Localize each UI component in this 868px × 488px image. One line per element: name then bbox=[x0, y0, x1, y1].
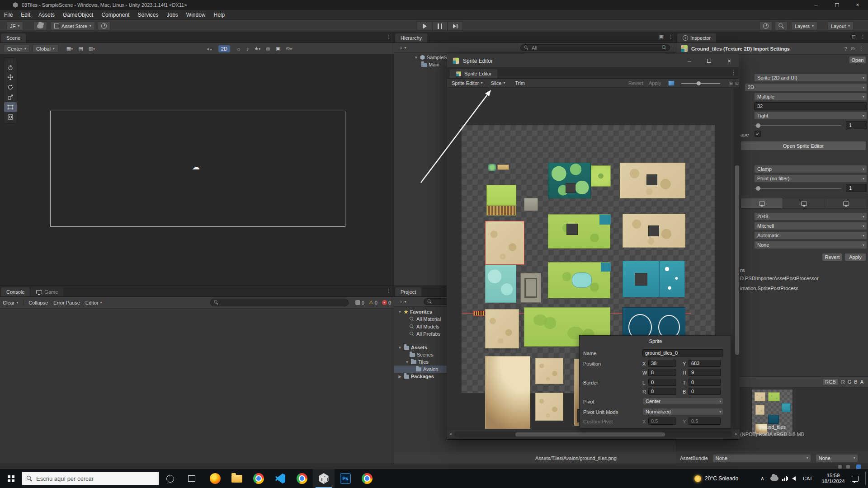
unity-taskbar-button[interactable] bbox=[313, 469, 335, 488]
project-fav-all-material[interactable]: All Material bbox=[410, 315, 441, 323]
position-y-field[interactable]: 683 bbox=[689, 360, 721, 367]
snap-increment-icon[interactable]: ▤ bbox=[78, 46, 83, 52]
hierarchy-add-dropdown[interactable]: +▾ bbox=[397, 45, 409, 51]
foldout-icon[interactable]: ▼ bbox=[398, 346, 402, 350]
tray-chevron-icon[interactable]: ∧ bbox=[760, 475, 764, 482]
show-desktop-divider[interactable] bbox=[865, 472, 866, 485]
window-titlebar[interactable]: 03Tiles - SampleScene - Windows, Mac, Li… bbox=[0, 0, 868, 10]
project-folder-tiles[interactable]: ▼ Tiles bbox=[405, 358, 429, 366]
custom-pivot-y-field[interactable]: 0.5 bbox=[689, 418, 721, 425]
hierarchy-lock-icon[interactable]: ▣ bbox=[659, 34, 664, 40]
menu-edit[interactable]: Edit bbox=[17, 12, 34, 18]
zoom-slider-thumb[interactable] bbox=[697, 81, 701, 85]
console-collapse-button[interactable]: Collapse bbox=[26, 300, 51, 305]
window-minimize-button[interactable]: – bbox=[688, 57, 691, 64]
inspector-lock-icon[interactable]: ⊡ bbox=[852, 34, 856, 40]
se-revert-button[interactable]: Revert bbox=[626, 80, 646, 86]
console-editor-dropdown[interactable]: Editor▾ bbox=[83, 300, 105, 305]
sprite-tile[interactable] bbox=[485, 309, 519, 348]
project-fav-all-prefabs[interactable]: All Prefabs bbox=[410, 330, 440, 338]
sprite-tile[interactable] bbox=[485, 265, 516, 303]
tab-scene[interactable]: Scene bbox=[1, 33, 26, 42]
scene-visibility-icon[interactable]: ◎ bbox=[266, 46, 270, 52]
taskbar-search-input[interactable]: Escriu aquí per cercar bbox=[22, 472, 159, 485]
scroll-left-icon[interactable]: ◂ bbox=[449, 432, 452, 436]
foldout-icon[interactable]: ▶ bbox=[398, 375, 402, 379]
console-menu-icon[interactable]: ⋮ bbox=[386, 288, 391, 294]
canvas-horizontal-scrollbar[interactable]: ◂ ▸ bbox=[447, 429, 740, 439]
shading-mode-icon[interactable]: ◐▾ bbox=[207, 46, 212, 52]
progress-indicator-icon[interactable] bbox=[856, 465, 861, 469]
menu-file[interactable]: File bbox=[0, 12, 17, 18]
camera-overlay-icon[interactable]: ▣ bbox=[276, 46, 280, 52]
extrude-value-field[interactable]: 1 bbox=[846, 121, 867, 129]
texture-type-dropdown[interactable]: Sprite (2D and UI)▾ bbox=[754, 74, 867, 82]
slice-dropdown[interactable]: Slice▾ bbox=[488, 80, 508, 86]
layout-dropdown[interactable]: Layout▾ bbox=[827, 21, 854, 31]
undo-history-button[interactable] bbox=[760, 21, 772, 31]
scale-tool-button[interactable] bbox=[4, 92, 17, 102]
saved-search-icon[interactable] bbox=[662, 45, 667, 50]
pivot-unit-dropdown[interactable]: Normalized▾ bbox=[642, 408, 723, 415]
vscode-taskbar-button[interactable] bbox=[269, 469, 291, 488]
sprite-tile[interactable] bbox=[535, 393, 563, 421]
open-sprite-editor-button[interactable]: Open Sprite Editor bbox=[741, 141, 866, 150]
hierarchy-menu-icon[interactable]: ⋮ bbox=[668, 34, 673, 40]
cortana-button[interactable] bbox=[159, 469, 181, 488]
scene-viewport[interactable]: ⋮⋮ ☁ bbox=[0, 55, 394, 286]
texture-shape-dropdown[interactable]: 2D▾ bbox=[745, 83, 867, 91]
tool-axis-dropdown[interactable]: Global▾ bbox=[33, 44, 58, 53]
channel-b-button[interactable]: B bbox=[854, 379, 857, 385]
move-tool-button[interactable] bbox=[4, 72, 17, 82]
start-button[interactable] bbox=[0, 469, 22, 488]
max-size-dropdown[interactable]: 2048▾ bbox=[754, 212, 867, 221]
hierarchy-child-row[interactable]: Main bbox=[421, 61, 439, 68]
menu-help[interactable]: Help bbox=[210, 12, 229, 18]
toggle-2d[interactable]: 2D bbox=[218, 45, 230, 52]
error-counter[interactable]: ×0 bbox=[382, 300, 391, 305]
position-x-field[interactable]: 38 bbox=[648, 360, 676, 367]
se-apply-button[interactable]: Apply bbox=[646, 80, 664, 86]
rotate-tool-button[interactable] bbox=[4, 82, 17, 92]
sprite-tile[interactable] bbox=[548, 262, 610, 298]
zoom-slider-track[interactable] bbox=[681, 83, 720, 84]
alpha-color-toggle-icon[interactable] bbox=[668, 80, 675, 86]
height-field[interactable]: 9 bbox=[689, 369, 721, 376]
chrome-taskbar-button[interactable] bbox=[248, 469, 269, 488]
close-button[interactable]: × bbox=[847, 0, 868, 10]
status-icon[interactable] bbox=[838, 465, 842, 469]
tab-game[interactable]: Game bbox=[31, 287, 63, 296]
sprite-tile[interactable] bbox=[659, 261, 685, 297]
sprite-tile[interactable] bbox=[620, 163, 685, 198]
channel-a-button[interactable]: A bbox=[860, 379, 863, 385]
platform-tab-standalone[interactable] bbox=[783, 198, 825, 208]
menu-gameobject[interactable]: GameObject bbox=[59, 12, 97, 18]
project-assets-row[interactable]: ▼ Assets bbox=[398, 344, 427, 351]
snap-settings-icon[interactable]: ▥▾ bbox=[89, 46, 95, 52]
aniso-slider-thumb[interactable] bbox=[756, 186, 760, 191]
menu-assets[interactable]: Assets bbox=[34, 12, 59, 18]
warning-counter[interactable]: ⚠0 bbox=[369, 300, 377, 305]
filter-mode-dropdown[interactable]: Point (no filter)▾ bbox=[754, 174, 867, 183]
header-menu-icon[interactable]: ⋮ bbox=[859, 46, 863, 52]
info-counter[interactable]: 0 bbox=[355, 300, 364, 305]
grid-snap-icon[interactable]: ▦▾ bbox=[66, 46, 73, 52]
account-dropdown[interactable]: JF▾ bbox=[6, 21, 23, 31]
project-add-dropdown[interactable]: +▾ bbox=[397, 299, 409, 305]
foldout-icon[interactable]: ▼ bbox=[414, 56, 418, 60]
wrap-mode-dropdown[interactable]: Clamp▾ bbox=[754, 165, 867, 173]
scene-cloud-gizmo[interactable]: ☁ bbox=[192, 162, 200, 172]
console-error-pause-button[interactable]: Error Pause bbox=[51, 300, 83, 305]
border-b-field[interactable]: 0 bbox=[689, 388, 721, 395]
onedrive-icon[interactable] bbox=[770, 476, 778, 481]
resize-algorithm-dropdown[interactable]: Mitchell▾ bbox=[754, 222, 867, 230]
maximize-button[interactable] bbox=[826, 0, 847, 10]
aniso-slider[interactable] bbox=[755, 188, 841, 189]
custom-pivot-x-field[interactable]: 0.5 bbox=[648, 418, 676, 425]
scene-menu-icon[interactable]: ⋮ bbox=[386, 34, 391, 40]
foldout-icon[interactable]: ▼ bbox=[398, 310, 402, 314]
trim-button[interactable]: Trim bbox=[512, 80, 528, 86]
notification-center-icon[interactable] bbox=[852, 476, 859, 482]
sprite-tile[interactable] bbox=[623, 261, 659, 297]
tab-console[interactable]: Console bbox=[1, 287, 30, 296]
